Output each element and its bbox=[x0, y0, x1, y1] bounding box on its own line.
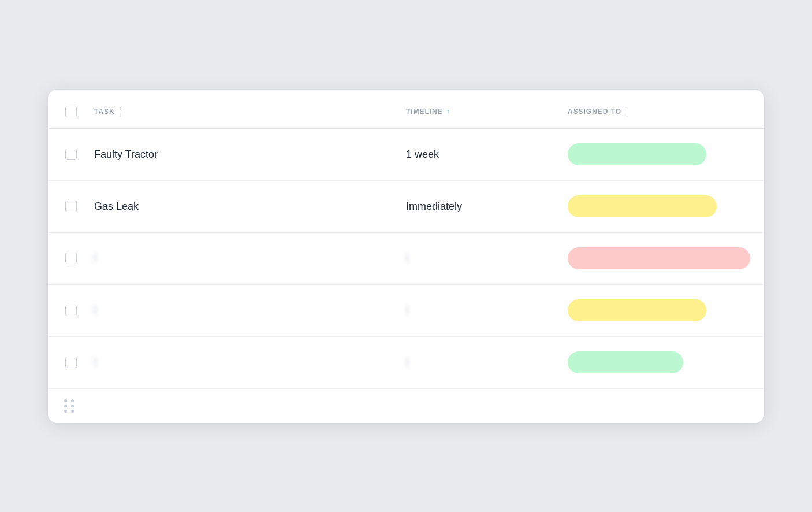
table-row bbox=[48, 285, 764, 337]
assigned-to-column-header[interactable]: ASSIGNED TO ↑↓ bbox=[568, 106, 764, 118]
table-row bbox=[48, 233, 764, 285]
task-cell bbox=[94, 242, 406, 275]
row-5-checkbox[interactable] bbox=[65, 357, 77, 368]
task-skeleton bbox=[94, 357, 96, 367]
checkbox-cell bbox=[48, 149, 94, 160]
assigned-cell bbox=[568, 288, 764, 333]
assigned-badge-red[interactable] bbox=[568, 247, 750, 269]
row-1-checkbox[interactable] bbox=[65, 149, 77, 160]
task-cell: Gas Leak bbox=[94, 189, 406, 224]
timeline-cell: 1 week bbox=[406, 137, 568, 172]
header-checkbox-cell bbox=[48, 106, 94, 118]
assigned-cell bbox=[568, 236, 764, 281]
checkbox-cell bbox=[48, 305, 94, 316]
assigned-cell bbox=[568, 132, 764, 177]
dot bbox=[71, 405, 74, 407]
timeline-skeleton bbox=[406, 357, 408, 367]
dot bbox=[64, 405, 67, 407]
checkbox-cell bbox=[48, 253, 94, 264]
assigned-badge-green-2[interactable] bbox=[568, 351, 683, 373]
main-card: TASK ↑↓ TIMELINE ↑ ASSIGNED TO ↑↓ bbox=[48, 90, 764, 423]
timeline-column-label: TIMELINE bbox=[406, 107, 443, 116]
timeline-skeleton bbox=[406, 253, 408, 263]
table-row: Gas Leak Immediately bbox=[48, 181, 764, 233]
timeline-skeleton bbox=[406, 305, 408, 315]
row-3-checkbox[interactable] bbox=[65, 253, 77, 264]
dot bbox=[71, 399, 74, 402]
task-skeleton bbox=[94, 253, 96, 263]
task-name: Faulty Tractor bbox=[94, 149, 158, 160]
table-row bbox=[48, 337, 764, 389]
task-skeleton bbox=[94, 305, 96, 315]
checkbox-cell bbox=[48, 201, 94, 212]
timeline-cell: Immediately bbox=[406, 189, 568, 224]
drag-dots bbox=[64, 399, 76, 413]
assigned-cell bbox=[568, 340, 764, 385]
assigned-badge-yellow-2[interactable] bbox=[568, 299, 706, 321]
timeline-cell bbox=[406, 242, 568, 275]
task-cell bbox=[94, 346, 406, 379]
dot bbox=[64, 410, 67, 413]
checkbox-cell bbox=[48, 357, 94, 368]
select-all-checkbox[interactable] bbox=[65, 106, 77, 117]
task-name: Gas Leak bbox=[94, 201, 139, 212]
assigned-to-column-label: ASSIGNED TO bbox=[568, 107, 621, 116]
timeline-value: Immediately bbox=[406, 201, 462, 212]
timeline-cell bbox=[406, 294, 568, 327]
row-4-checkbox[interactable] bbox=[65, 305, 77, 316]
table-row: Faulty Tractor 1 week bbox=[48, 129, 764, 181]
dot bbox=[64, 399, 67, 402]
task-cell bbox=[94, 294, 406, 327]
table-header: TASK ↑↓ TIMELINE ↑ ASSIGNED TO ↑↓ bbox=[48, 90, 764, 129]
task-sort-icon[interactable]: ↑↓ bbox=[119, 106, 122, 118]
assigned-badge-yellow[interactable] bbox=[568, 195, 717, 217]
timeline-cell bbox=[406, 346, 568, 379]
assigned-badge-green[interactable] bbox=[568, 143, 706, 165]
timeline-value: 1 week bbox=[406, 149, 439, 160]
assigned-to-sort-icon[interactable]: ↑↓ bbox=[625, 106, 629, 118]
assigned-cell bbox=[568, 184, 764, 229]
timeline-column-header[interactable]: TIMELINE ↑ bbox=[406, 106, 568, 118]
timeline-sort-icon[interactable]: ↑ bbox=[447, 109, 450, 114]
task-column-label: TASK bbox=[94, 107, 115, 116]
task-column-header[interactable]: TASK ↑↓ bbox=[94, 106, 406, 118]
dot bbox=[71, 410, 74, 413]
drag-handle-area bbox=[48, 389, 764, 423]
row-2-checkbox[interactable] bbox=[65, 201, 77, 212]
task-table: TASK ↑↓ TIMELINE ↑ ASSIGNED TO ↑↓ bbox=[48, 90, 764, 423]
task-cell: Faulty Tractor bbox=[94, 137, 406, 172]
